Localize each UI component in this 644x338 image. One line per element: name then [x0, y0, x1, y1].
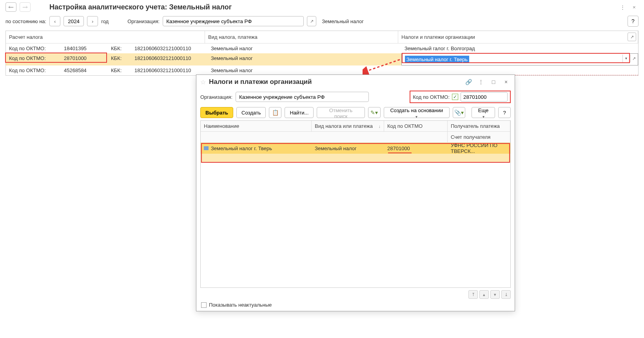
year-next-button[interactable]: › — [87, 16, 98, 26]
modal-table: Наименование Вид налога или платежа ↓ Ко… — [200, 120, 511, 288]
create-button[interactable]: Создать — [236, 107, 266, 118]
oktmo-label: Код по ОКТМО: — [6, 53, 61, 65]
kbk-value: 18210606032121000110 — [131, 65, 208, 75]
table-row[interactable]: Код по ОКТМО: 18401395 КБК: 182106060321… — [6, 44, 638, 53]
modal-org-label: Организация: — [200, 94, 232, 100]
create-based-button[interactable]: Создать на основании — [384, 107, 450, 118]
page-title: Настройка аналитического учета: Земельны… — [49, 3, 232, 11]
tax-cell-editing[interactable]: Земельный налог г. Тверь ▾ ↗ — [401, 53, 638, 65]
sort-down-icon: ↓ — [379, 124, 381, 129]
close-icon[interactable]: × — [501, 77, 511, 87]
kind-value: Земельный налог — [208, 53, 401, 65]
modal-dialog: ☆ Налоги и платежи организаций 🔗 ⋮ □ × О… — [196, 75, 515, 311]
record-icon — [204, 146, 209, 150]
oktmo-value: 28701000 — [61, 53, 108, 65]
kbk-value: 18210606032121000110 — [131, 44, 208, 53]
col-header-name[interactable]: Наименование — [201, 121, 312, 131]
nav-first-icon[interactable]: ⤒ — [468, 290, 478, 299]
oktmo-label: Код по ОКТМО: — [6, 44, 61, 53]
nav-up-icon[interactable]: ▴ — [479, 290, 489, 299]
main-table: Расчет налога Вид налога, платежа Налоги… — [5, 31, 639, 76]
kbk-value: 18210606032121000110 — [131, 53, 208, 65]
oktmo-value: 18401395 — [61, 44, 108, 53]
tax-type-label: Земельный налог — [322, 18, 364, 24]
year-input[interactable] — [63, 16, 84, 26]
kbk-label: КБК: — [108, 53, 131, 65]
dropdown-icon[interactable]: ▾ — [622, 55, 629, 62]
expand-icon[interactable]: ↗ — [628, 33, 636, 41]
col-header-recipient[interactable]: Получатель платежа — [448, 121, 510, 131]
col-header-kind[interactable]: Вид налога, платежа — [205, 31, 398, 43]
org-open-button[interactable]: ↗ — [307, 16, 316, 26]
org-input[interactable] — [163, 16, 304, 26]
tax-value[interactable] — [401, 65, 638, 75]
star-icon[interactable]: ☆ — [200, 78, 206, 86]
edit-icon[interactable]: ✎▾ — [368, 107, 381, 118]
nav-last-icon[interactable]: ⤓ — [501, 290, 511, 299]
kebab-icon[interactable]: ⋮ — [618, 3, 627, 11]
show-inactive-label: Показывать неактуальные — [209, 302, 272, 308]
kbk-label: КБК: — [108, 44, 131, 53]
find-button[interactable]: Найти... — [285, 107, 314, 118]
copy-icon[interactable]: 📋 — [269, 107, 281, 118]
org-label: Организация: — [127, 18, 160, 24]
year-unit-label: год — [101, 18, 109, 24]
nav-down-icon[interactable]: ▾ — [490, 290, 500, 299]
table-row[interactable]: Код по ОКТМО: 28701000 КБК: 182106060321… — [6, 53, 638, 65]
col-header-oktmo[interactable]: Код по ОКТМО — [384, 121, 448, 131]
oktmo-label: Код по ОКТМО: — [6, 65, 61, 75]
attach-icon[interactable]: 📎▾ — [453, 107, 465, 118]
show-inactive-checkbox[interactable] — [201, 302, 207, 308]
oktmo-filter-label: Код по ОКТМО: — [413, 94, 450, 100]
forward-button[interactable]: 🡒 — [20, 2, 31, 12]
maximize-icon[interactable]: □ — [489, 77, 498, 87]
oktmo-checkbox[interactable]: ✓ — [452, 94, 458, 100]
cancel-search-button: Отменить поиск — [317, 107, 365, 118]
year-prev-button[interactable]: ‹ — [49, 16, 60, 26]
select-button[interactable]: Выбрать — [200, 107, 233, 118]
open-icon[interactable]: ↗ — [630, 55, 637, 62]
col-header-kind[interactable]: Вид налога или платежа ↓ — [312, 121, 384, 131]
link-icon[interactable]: 🔗 — [464, 77, 473, 87]
oktmo-filter-input[interactable] — [461, 92, 508, 102]
kbk-label: КБК: — [108, 65, 131, 75]
col-header-tax[interactable]: Налоги и платежи организации ↗ — [398, 31, 638, 43]
back-button[interactable]: 🡐 — [5, 2, 16, 12]
oktmo-value: 45268584 — [61, 65, 108, 75]
list-item[interactable]: Земельный налог г. Тверь Земельный налог… — [201, 143, 510, 154]
modal-org-input[interactable] — [236, 92, 369, 102]
col-header-calc[interactable]: Расчет налога — [6, 31, 205, 43]
kind-value: Земельный налог — [208, 65, 401, 75]
modal-help-button[interactable]: ? — [498, 107, 511, 118]
annotation-underline — [388, 153, 412, 153]
date-label: по состоянию на: — [5, 18, 46, 24]
tax-value[interactable]: Земельный галог г. Волгоград — [401, 44, 638, 53]
more-button[interactable]: Еще — [472, 107, 495, 118]
oktmo-filter: Код по ОКТМО: ✓ — [410, 91, 511, 103]
kind-value: Земельный налог — [208, 44, 401, 53]
modal-title: Налоги и платежи организаций — [209, 78, 461, 86]
kebab-icon[interactable]: ⋮ — [476, 77, 486, 87]
table-row[interactable]: Код по ОКТМО: 45268584 КБК: 182106060321… — [6, 65, 638, 75]
help-button[interactable]: ? — [628, 16, 639, 27]
close-header-icon[interactable]: × — [630, 3, 639, 11]
